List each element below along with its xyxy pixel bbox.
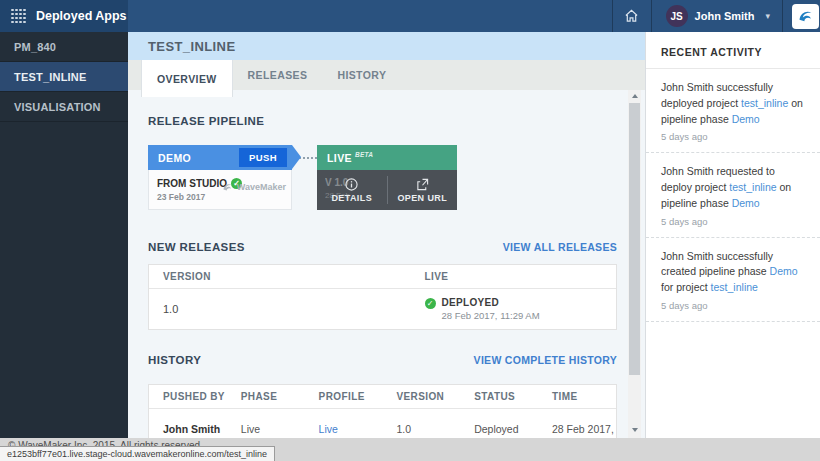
history-status: Deployed xyxy=(460,423,538,435)
from-studio-text: FROM STUDIO xyxy=(157,178,227,189)
scroll-down-arrow[interactable] xyxy=(628,424,641,436)
list-item: John Smith successfully created pipeline… xyxy=(646,238,820,322)
open-url-button[interactable]: OPEN URL xyxy=(388,170,458,210)
activity-segment: for project xyxy=(661,281,711,293)
chevron-down-icon: ▾ xyxy=(765,11,770,21)
project-link[interactable]: test_inline xyxy=(729,181,776,193)
history-phase: Live xyxy=(227,423,305,435)
user-menu[interactable]: JS John Smith ▾ xyxy=(652,0,782,32)
column-version: VERSION xyxy=(382,391,460,402)
open-url-icon xyxy=(416,178,429,191)
push-button[interactable]: PUSH xyxy=(239,148,287,167)
tab-overview[interactable]: OVERVIEW xyxy=(141,60,233,97)
live-card-header: LIVE BETA xyxy=(317,145,457,170)
release-version: 1.0 xyxy=(149,303,425,315)
scrollbar-thumb[interactable] xyxy=(629,103,640,375)
topbar-right: JS John Smith ▾ xyxy=(612,0,820,32)
demo-phase-label: DEMO xyxy=(158,152,239,164)
link-status-bar: e1253bff77e01.live.stage-cloud.wavemaker… xyxy=(0,446,275,461)
column-time: TIME xyxy=(538,391,616,402)
brand-area: Deployed Apps xyxy=(0,0,128,32)
project-link[interactable]: test_inline xyxy=(741,97,788,109)
wavemaker-watermark: WaveMaker xyxy=(221,181,286,193)
info-icon xyxy=(345,178,358,191)
demo-card-body: FROM STUDIO ✓ 23 Feb 2017 WaveMaker xyxy=(148,170,292,210)
history-time: 28 Feb 2017, xyxy=(538,423,616,435)
avatar: JS xyxy=(666,5,688,27)
details-label: DETAILS xyxy=(331,193,372,203)
list-item: John Smith successfully deployed project… xyxy=(646,69,820,153)
release-pipeline-header: RELEASE PIPELINE xyxy=(148,115,617,127)
phase-link[interactable]: Demo xyxy=(732,113,760,125)
triangle-up-icon xyxy=(632,94,638,98)
new-releases-table: VERSION LIVE 1.0 ✓ DEPLOYED 28 Feb 2017,… xyxy=(148,264,617,330)
recent-activity-title: RECENT ACTIVITY xyxy=(646,32,820,68)
tab-releases[interactable]: RELEASES xyxy=(233,60,323,90)
sidebar-item-test-inline[interactable]: TEST_INLINE xyxy=(0,62,128,92)
home-button[interactable] xyxy=(613,0,651,32)
history-pushed-by: John Smith xyxy=(149,423,227,435)
page-title: TEST_INLINE xyxy=(148,39,235,54)
column-pushed-by: PUSHED BY xyxy=(149,391,227,402)
topbar-divider xyxy=(782,0,783,32)
main-panel: TEST_INLINE OVERVIEW RELEASES HISTORY RE… xyxy=(128,32,645,438)
list-item: John Smith requested to deploy project t… xyxy=(646,153,820,237)
wave-icon xyxy=(221,181,234,193)
table-row: John Smith Live Live 1.0 Deployed 28 Feb… xyxy=(149,409,616,438)
column-status: STATUS xyxy=(460,391,538,402)
demo-card-header: DEMO PUSH xyxy=(148,145,292,170)
column-live: LIVE xyxy=(425,271,616,282)
project-header: TEST_INLINE xyxy=(128,32,645,60)
check-circle-icon: ✓ xyxy=(425,298,436,309)
activity-timestamp: 5 days ago xyxy=(661,216,805,227)
demo-phase-card: DEMO PUSH FROM STUDIO ✓ 23 Feb 2017 xyxy=(148,145,292,210)
section-title-new-releases: NEW RELEASES xyxy=(148,241,245,253)
column-version: VERSION xyxy=(149,271,425,282)
sidebar-item-visualisation[interactable]: VISUALISATION xyxy=(0,92,128,122)
recent-activity-panel: RECENT ACTIVITY John Smith successfully … xyxy=(645,32,820,438)
release-pipeline: DEMO PUSH FROM STUDIO ✓ 23 Feb 2017 xyxy=(148,145,645,210)
activity-text: John Smith successfully created pipeline… xyxy=(661,249,805,296)
section-title-history: HISTORY xyxy=(148,354,201,366)
apps-grid-icon[interactable] xyxy=(11,9,26,23)
tab-bar: OVERVIEW RELEASES HISTORY xyxy=(128,60,645,90)
sidebar-item-pm-840[interactable]: PM_840 xyxy=(0,32,128,62)
table-row: 1.0 ✓ DEPLOYED 28 Feb 2017, 11:29 AM xyxy=(149,289,616,329)
wave-icon xyxy=(796,7,815,25)
triangle-down-icon xyxy=(632,428,638,432)
history-version: 1.0 xyxy=(382,423,460,435)
history-profile-link[interactable]: Live xyxy=(305,423,383,435)
top-bar: Deployed Apps JS John Smith ▾ xyxy=(0,0,820,32)
section-title-release-pipeline: RELEASE PIPELINE xyxy=(148,115,264,127)
wavemaker-logo[interactable] xyxy=(792,4,819,29)
history-table: PUSHED BY PHASE PROFILE VERSION STATUS T… xyxy=(148,384,617,438)
view-complete-history-link[interactable]: VIEW COMPLETE HISTORY xyxy=(474,354,617,366)
vertical-scrollbar[interactable] xyxy=(628,90,641,438)
demo-deploy-date: 23 Feb 2017 xyxy=(157,192,242,202)
phase-link[interactable]: Demo xyxy=(732,197,760,209)
view-all-releases-link[interactable]: VIEW ALL RELEASES xyxy=(503,241,617,253)
status-timestamp: 28 Feb 2017, 11:29 AM xyxy=(442,310,540,321)
overview-content: RELEASE PIPELINE DEMO PUSH FROM STUDIO ✓ xyxy=(128,90,645,438)
app-title: Deployed Apps xyxy=(36,9,127,23)
release-status-cell: ✓ DEPLOYED 28 Feb 2017, 11:29 AM xyxy=(425,291,616,327)
tab-history[interactable]: HISTORY xyxy=(322,60,401,90)
activity-text: John Smith successfully deployed project… xyxy=(661,80,805,127)
column-phase: PHASE xyxy=(227,391,305,402)
home-icon xyxy=(624,9,639,23)
activity-timestamp: 5 days ago xyxy=(661,131,805,142)
project-sidebar: PM_840 TEST_INLINE VISUALISATION xyxy=(0,32,128,438)
new-releases-header: NEW RELEASES VIEW ALL RELEASES xyxy=(148,241,617,253)
history-header: HISTORY VIEW COMPLETE HISTORY xyxy=(148,354,617,366)
details-button[interactable]: DETAILS xyxy=(317,170,387,210)
phase-link[interactable]: Demo xyxy=(770,265,798,277)
user-name: John Smith xyxy=(695,10,755,22)
activity-timestamp: 5 days ago xyxy=(661,300,805,311)
new-releases-table-head: VERSION LIVE xyxy=(149,265,616,289)
live-phase-label: LIVE xyxy=(327,152,352,164)
live-card-body: V 1.0 28 Feb DETAILS xyxy=(317,170,457,210)
project-link[interactable]: test_inline xyxy=(711,281,758,293)
scroll-up-arrow[interactable] xyxy=(628,90,641,102)
live-phase-card: LIVE BETA V 1.0 28 Feb xyxy=(317,145,457,210)
activity-text: John Smith requested to deploy project t… xyxy=(661,164,805,211)
